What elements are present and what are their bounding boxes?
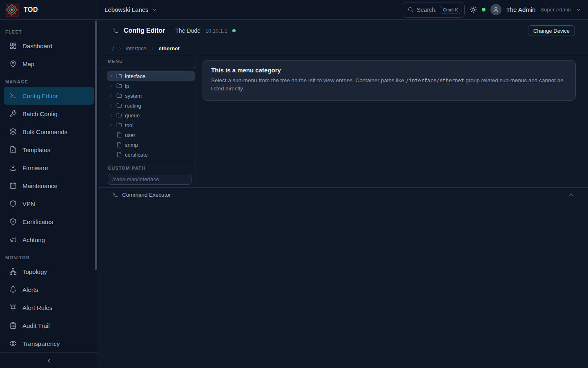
info-card-title: This is a menu category: [211, 67, 567, 74]
divider: [170, 28, 170, 34]
user-avatar[interactable]: [490, 4, 501, 15]
sidebar-item-label: Dashboard: [22, 43, 52, 49]
bell-ring-icon: [9, 304, 17, 311]
tree-item-label: queue: [125, 112, 140, 119]
breadcrumb-item-interface[interactable]: interface: [126, 45, 147, 52]
sidebar-item-label: Achtung: [22, 236, 45, 243]
global-search[interactable]: Cmd+K: [403, 2, 465, 18]
tree-item-snmp[interactable]: snmp: [107, 140, 195, 150]
sidebar-scrollbar[interactable]: [95, 20, 97, 270]
tree-item-certificate[interactable]: certificate: [107, 150, 195, 159]
menu-panel-title: MENU: [98, 55, 196, 67]
sidebar-item-transparency[interactable]: Transparency: [4, 334, 94, 352]
sidebar: FLEET Dashboard Map MANAGE Config Editor…: [0, 20, 98, 368]
page-title: Config Editor: [124, 27, 165, 34]
search-input[interactable]: [417, 7, 437, 13]
sidebar-item-label: Audit Trail: [22, 322, 50, 329]
sidebar-collapse-button[interactable]: [0, 352, 98, 368]
shield-icon: [9, 200, 17, 207]
chevron-right-icon[interactable]: [109, 103, 114, 108]
chevron-right-icon[interactable]: [109, 113, 114, 118]
tree-item-routing[interactable]: routing: [107, 101, 195, 110]
sidebar-item-maintenance[interactable]: Maintenance: [4, 177, 94, 195]
theme-toggle-sun-icon[interactable]: [470, 6, 477, 13]
tree-item-interface[interactable]: interface: [107, 71, 195, 81]
template-file-icon: [9, 146, 17, 153]
dashboard-icon: [9, 42, 17, 49]
custom-path-label: CUSTOM PATH: [108, 166, 192, 171]
search-icon: [408, 7, 414, 13]
sidebar-item-alert-rules[interactable]: Alert Rules: [4, 298, 94, 316]
menu-tree: interface ip system: [98, 67, 196, 162]
tree-item-label: certificate: [125, 152, 148, 158]
tree-item-label: system: [125, 93, 142, 99]
bell-icon: [9, 286, 17, 293]
breadcrumb-root[interactable]: /: [112, 45, 114, 52]
download-icon: [9, 164, 17, 171]
chevron-right-icon[interactable]: [109, 123, 114, 128]
sidebar-item-dashboard[interactable]: Dashboard: [4, 37, 94, 55]
chevron-up-icon[interactable]: [568, 192, 574, 198]
tree-item-ip[interactable]: ip: [107, 81, 195, 91]
sidebar-item-audit-trail[interactable]: Audit Trail: [4, 316, 94, 334]
user-menu-chevron-down-icon[interactable]: [576, 7, 581, 13]
file-icon: [116, 142, 122, 148]
chevron-left-icon: [46, 357, 52, 364]
folder-icon: [116, 103, 122, 108]
sidebar-item-firmware[interactable]: Firmware: [4, 159, 94, 177]
sidebar-item-bulk-commands[interactable]: Bulk Commands: [4, 123, 94, 141]
tree-item-tool[interactable]: tool: [107, 120, 195, 130]
tree-item-queue[interactable]: queue: [107, 110, 195, 120]
command-executor-bar[interactable]: Command Executor: [98, 187, 588, 202]
sidebar-item-map[interactable]: Map: [4, 55, 94, 73]
breadcrumb-item-ethernet: ethernet: [159, 45, 180, 52]
chevron-right-icon: [150, 46, 155, 51]
sidebar-item-label: Transparency: [22, 340, 60, 347]
tree-item-label: snmp: [125, 142, 138, 148]
connection-status-dot: [482, 8, 486, 11]
top-bar: TOD Lebowski Lanes Cmd+K The Admin Super…: [0, 0, 588, 20]
command-executor-label: Command Executor: [122, 192, 171, 198]
terminal-icon: [112, 27, 119, 34]
sidebar-item-label: Alerts: [22, 286, 38, 293]
tree-item-system[interactable]: system: [107, 91, 195, 101]
menu-category-info-card: This is a menu category Select a sub-men…: [203, 60, 576, 101]
sidebar-item-config-editor[interactable]: Config Editor: [4, 87, 94, 105]
change-device-button[interactable]: Change Device: [528, 25, 575, 36]
tree-item-label: routing: [125, 103, 141, 109]
sidebar-section-manage: MANAGE: [0, 73, 98, 87]
file-icon: [116, 132, 122, 138]
folder-icon: [116, 73, 122, 79]
sidebar-item-label: Templates: [22, 146, 50, 153]
sidebar-item-achtung[interactable]: Achtung: [4, 231, 94, 249]
info-text: Select a sub-menu from the tree on the l…: [211, 77, 406, 83]
chevron-down-icon: [151, 7, 157, 13]
sidebar-item-batch-config[interactable]: Batch Config: [4, 105, 94, 123]
tree-item-label: interface: [125, 73, 145, 79]
brand-name: TOD: [24, 6, 38, 13]
sidebar-item-vpn[interactable]: VPN: [4, 195, 94, 213]
sidebar-item-certificates[interactable]: Certificates: [4, 213, 94, 231]
sidebar-item-label: Maintenance: [22, 182, 58, 189]
device-ip: 10.10.1.1: [205, 28, 227, 34]
menu-panel: MENU interface ip syst: [98, 55, 196, 185]
sidebar-item-topology[interactable]: Topology: [4, 263, 94, 280]
custom-path-input[interactable]: [108, 174, 192, 185]
sidebar-item-label: Bulk Commands: [22, 128, 67, 135]
chevron-right-icon[interactable]: [109, 94, 114, 98]
tree-item-label: ip: [125, 83, 129, 89]
sidebar-item-label: VPN: [22, 200, 35, 207]
folder-icon: [116, 122, 122, 128]
folder-icon: [116, 112, 122, 118]
org-switcher[interactable]: Lebowski Lanes: [105, 6, 157, 13]
topbar-right: Cmd+K The Admin Super Admin: [403, 2, 588, 18]
chevron-right-icon[interactable]: [109, 84, 114, 88]
chevron-right-icon[interactable]: [109, 74, 114, 79]
terminal-icon: [9, 92, 17, 99]
tree-item-user[interactable]: user: [107, 130, 195, 140]
sidebar-item-templates[interactable]: Templates: [4, 141, 94, 159]
clipboard-icon: [9, 322, 17, 329]
shield-check-icon: [9, 218, 17, 225]
sidebar-item-alerts[interactable]: Alerts: [4, 280, 94, 298]
megaphone-icon: [9, 236, 17, 243]
